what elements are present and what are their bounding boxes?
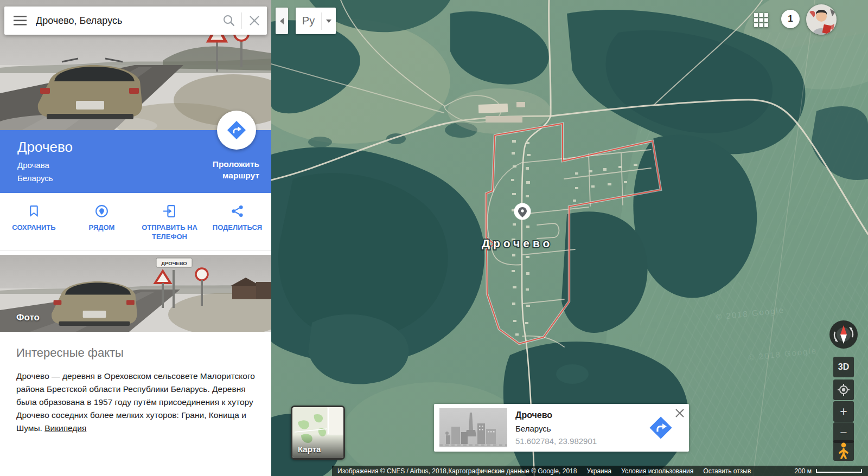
my-location-button[interactable]	[833, 379, 854, 400]
pegman-control[interactable]	[833, 440, 854, 461]
search-box: Дрочево, Беларусь	[4, 7, 267, 35]
bookmark-icon	[27, 204, 41, 218]
zoom-out-label: −	[840, 426, 847, 440]
language-button[interactable]: Ру	[296, 8, 336, 34]
photo-thumbnail-image: ДРОЧЕВО	[0, 255, 271, 332]
section-divider	[0, 250, 271, 251]
attribution-bar: Изображения © CNES / Airbus, 2018,Картог…	[332, 466, 868, 476]
card-place-country: Беларусь	[515, 424, 551, 433]
facts-heading: Интересные факты	[16, 346, 256, 360]
compass-icon	[829, 320, 858, 349]
place-panel: Дрочево, Беларусь Дрочево Дрочава Белару…	[0, 0, 271, 476]
collapse-panel-button[interactable]	[276, 8, 288, 34]
language-dropdown[interactable]	[322, 20, 336, 23]
share-button[interactable]: ПОДЕЛИТЬСЯ	[203, 193, 271, 250]
card-place-title: Дрочево	[515, 410, 552, 420]
village-sign-text: ДРОЧЕВО	[161, 260, 187, 266]
terms-link[interactable]: Условия использования	[621, 467, 693, 475]
facts-text: Дрочево — деревня в Ореховском сельсовет…	[16, 370, 256, 435]
share-icon	[230, 204, 245, 218]
zoom-in-label: +	[840, 404, 847, 419]
photo-label: Фото	[16, 312, 40, 323]
caret-down-icon	[326, 20, 331, 23]
apps-grid-icon	[752, 11, 770, 29]
place-thumbnail[interactable]	[439, 408, 507, 447]
region-label: Украина	[586, 467, 611, 475]
zoom-in-button[interactable]: +	[833, 401, 854, 422]
map-canvas[interactable]: © 2018 Google © 2018 Google Дрочево Ру	[271, 0, 868, 476]
directions-fab[interactable]	[217, 111, 256, 150]
save-label: СОХРАНИТЬ	[12, 223, 55, 231]
directions-icon	[648, 415, 673, 440]
3d-view-button[interactable]: 3D	[833, 357, 854, 377]
send-to-phone-icon	[162, 204, 177, 218]
imagery-attribution: Изображения © CNES / Airbus, 2018,Картог…	[337, 467, 577, 475]
scale-control: 200 м	[794, 467, 863, 475]
map-place-label: Дрочево	[482, 237, 553, 249]
nearby-label: РЯДОМ	[89, 223, 115, 231]
feedback-link[interactable]: Оставить отзыв	[703, 467, 751, 475]
minimap-label: Карта	[298, 445, 321, 454]
place-marker[interactable]	[514, 203, 531, 220]
place-info-card: Дрочево Беларусь 51.602784, 23.982901	[434, 404, 689, 452]
save-button[interactable]: СОХРАНИТЬ	[0, 193, 68, 250]
notification-count: 1	[788, 14, 793, 24]
send-to-phone-label: ОТПРАВИТЬ НА ТЕЛЕФОН	[142, 223, 197, 241]
language-label: Ру	[296, 15, 321, 27]
place-header: Дрочево Дрочава Беларусь Проложить маршр…	[0, 130, 271, 193]
action-bar: СОХРАНИТЬ РЯДОМ ОТПРАВИТЬ НА ТЕЛЕФОН	[0, 193, 271, 250]
place-alt-name: Дрочава	[17, 160, 49, 170]
send-to-phone-button[interactable]: ОТПРАВИТЬ НА ТЕЛЕФОН	[136, 193, 203, 250]
city-placeholder-image	[439, 408, 507, 447]
photo-thumbnail[interactable]: ДРОЧЕВО	[0, 255, 271, 332]
search-button[interactable]	[216, 14, 241, 27]
scale-bar	[816, 468, 863, 473]
search-input[interactable]: Дрочево, Беларусь	[36, 15, 216, 27]
close-icon	[675, 408, 685, 418]
route-button-label[interactable]: Проложить маршрут	[207, 158, 259, 181]
apps-grid-button[interactable]	[752, 11, 770, 29]
my-location-icon	[837, 383, 850, 396]
card-coordinates: 51.602784, 23.982901	[515, 436, 597, 446]
3d-label: 3D	[838, 362, 849, 372]
scale-label: 200 м	[794, 467, 812, 475]
close-icon	[249, 15, 260, 26]
avatar-image	[806, 4, 837, 35]
clear-search-button[interactable]	[242, 15, 267, 26]
nearby-button[interactable]: РЯДОМ	[68, 193, 136, 250]
google-maps-app: Дрочево, Беларусь Дрочево Дрочава Белару…	[0, 0, 868, 476]
nearby-icon	[94, 204, 109, 218]
wikipedia-link[interactable]: Википедия	[44, 423, 86, 433]
card-close-button[interactable]	[675, 408, 686, 419]
pegman-icon	[836, 442, 851, 459]
hamburger-icon	[14, 16, 27, 25]
card-directions-button[interactable]	[648, 415, 673, 440]
place-title: Дрочево	[17, 139, 73, 156]
notifications-badge[interactable]: 1	[781, 10, 800, 28]
search-icon	[222, 14, 235, 27]
account-avatar[interactable]	[806, 4, 837, 35]
place-country: Беларусь	[17, 173, 53, 183]
compass-control[interactable]	[829, 320, 858, 349]
chevron-left-icon	[280, 18, 284, 24]
facts-section: Интересные факты Дрочево — деревня в Оре…	[16, 332, 256, 435]
directions-icon	[226, 120, 247, 140]
map-type-toggle[interactable]: Карта	[291, 406, 345, 460]
share-label: ПОДЕЛИТЬСЯ	[213, 223, 262, 231]
menu-button[interactable]	[4, 16, 36, 25]
